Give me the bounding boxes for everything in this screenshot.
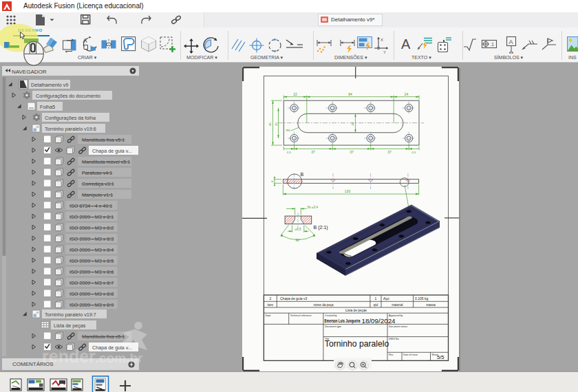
svg-text:Aço: Aço: [383, 296, 389, 301]
svg-text:0.105 kg: 0.105 kg: [415, 296, 428, 301]
svg-text:ISO 2009 - M3 x 8:2: ISO 2009 - M3 x 8:2: [69, 225, 114, 231]
svg-text:Chapa de guia v3: Chapa de guia v3: [280, 296, 307, 301]
svg-text:Folha5: Folha5: [40, 104, 55, 110]
svg-text:Torninho paralelo: Torninho paralelo: [325, 339, 389, 349]
svg-text:8x ⌀3,4: 8x ⌀3,4: [308, 206, 318, 209]
svg-text:Lista de peças: Lista de peças: [345, 309, 367, 312]
svg-text:Manípulo v1:1: Manípulo v1:1: [82, 192, 113, 198]
svg-text:nome da peça: nome da peça: [313, 303, 334, 307]
svg-text:qtd: qtd: [374, 303, 378, 307]
svg-text:37: 37: [311, 150, 315, 154]
svg-text:18/09/2024: 18/09/2024: [362, 317, 396, 325]
svg-text:45: 45: [268, 122, 272, 126]
svg-text:Created by: Created by: [325, 314, 337, 317]
svg-text:2: 2: [269, 296, 271, 301]
svg-text:ISO 2009 - M3 x 8:3: ISO 2009 - M3 x 8:3: [69, 236, 114, 242]
svg-text:Technical reference: Technical reference: [290, 314, 312, 317]
svg-text:130: 130: [345, 189, 351, 193]
svg-text:Date of issue: Date of issue: [403, 353, 418, 356]
svg-text:Document status: Document status: [389, 325, 407, 328]
svg-text:Rev.: Rev.: [389, 353, 394, 356]
svg-text:Configurações da folha: Configurações da folha: [45, 115, 96, 121]
svg-text:X: X: [381, 38, 383, 42]
svg-text:Torninho paralelo v19:6: Torninho paralelo v19:6: [45, 126, 96, 132]
svg-text:84: 84: [348, 92, 352, 96]
svg-text:B: B: [301, 172, 304, 177]
svg-text:37: 37: [350, 150, 354, 154]
svg-text:Mandíbula fixa v5:1: Mandíbula fixa v5:1: [82, 137, 125, 143]
svg-text:A: A: [401, 36, 411, 52]
svg-text:ISO 2009 - M3 x 8:5: ISO 2009 - M3 x 8:5: [69, 258, 114, 264]
svg-text:A: A: [83, 37, 87, 44]
svg-text:item: item: [267, 303, 273, 307]
svg-text:ISO 2009 - M3 x 8:8: ISO 2009 - M3 x 8:8: [69, 291, 114, 297]
svg-text:18: 18: [351, 122, 354, 126]
svg-text:35: 35: [275, 122, 278, 126]
svg-text:Detalhamento v9: Detalhamento v9: [31, 82, 68, 88]
svg-text:22: 22: [293, 92, 297, 96]
svg-text:90°: 90°: [296, 239, 301, 242]
svg-text:ISO 2009 - M3 x 8:9: ISO 2009 - M3 x 8:9: [69, 302, 114, 308]
svg-text:Configurações do documento: Configurações do documento: [36, 93, 100, 99]
svg-text:Document type: Document type: [325, 325, 341, 328]
svg-text:⌀6,5: ⌀6,5: [295, 228, 301, 231]
svg-text:ISO 2009 - M3 x 8:1: ISO 2009 - M3 x 8:1: [69, 214, 114, 220]
svg-text:DWG No.: DWG No.: [389, 338, 399, 340]
svg-text:material: material: [392, 303, 403, 307]
svg-text:Mandíbula móvel v5:1: Mandíbula móvel v5:1: [82, 159, 130, 165]
svg-text:ISO 8734 - 4 x 40:1: ISO 8734 - 4 x 40:1: [69, 203, 112, 209]
svg-text:ISO 2009 - M3 x 8:7: ISO 2009 - M3 x 8:7: [69, 280, 114, 286]
svg-text:.1: .1: [490, 41, 494, 47]
svg-text:A: A: [509, 39, 513, 45]
svg-text:4,5: 4,5: [411, 151, 416, 154]
svg-text:Emerson Luis Junqueira: Emerson Luis Junqueira: [325, 318, 361, 324]
svg-text:ISO 2009 - M3 x 8:6: ISO 2009 - M3 x 8:6: [69, 269, 114, 275]
svg-text:Torninho paralelo v19:7: Torninho paralelo v19:7: [45, 312, 96, 318]
svg-text:Lista de peças: Lista de peças: [54, 323, 86, 329]
svg-text:R9: R9: [286, 129, 290, 132]
svg-text:ISO 2009 - M3 x 8:4: ISO 2009 - M3 x 8:4: [69, 247, 114, 253]
svg-text:24: 24: [405, 92, 409, 96]
svg-text:Dept.: Dept.: [265, 314, 271, 317]
svg-text:Corrediça v3:1: Corrediça v3:1: [82, 181, 114, 187]
svg-text:37: 37: [387, 150, 392, 154]
svg-text:Chapa de guia v...: Chapa de guia v...: [92, 148, 132, 154]
svg-text:4,5: 4,5: [287, 151, 292, 154]
svg-text:Parafuso v4:1: Parafuso v4:1: [82, 170, 112, 176]
svg-text:B (2:1): B (2:1): [314, 225, 328, 230]
svg-text:Y: Y: [383, 50, 386, 54]
svg-text:1: 1: [375, 296, 377, 301]
svg-text:massa: massa: [426, 303, 436, 307]
svg-text:5/5: 5/5: [437, 354, 445, 360]
